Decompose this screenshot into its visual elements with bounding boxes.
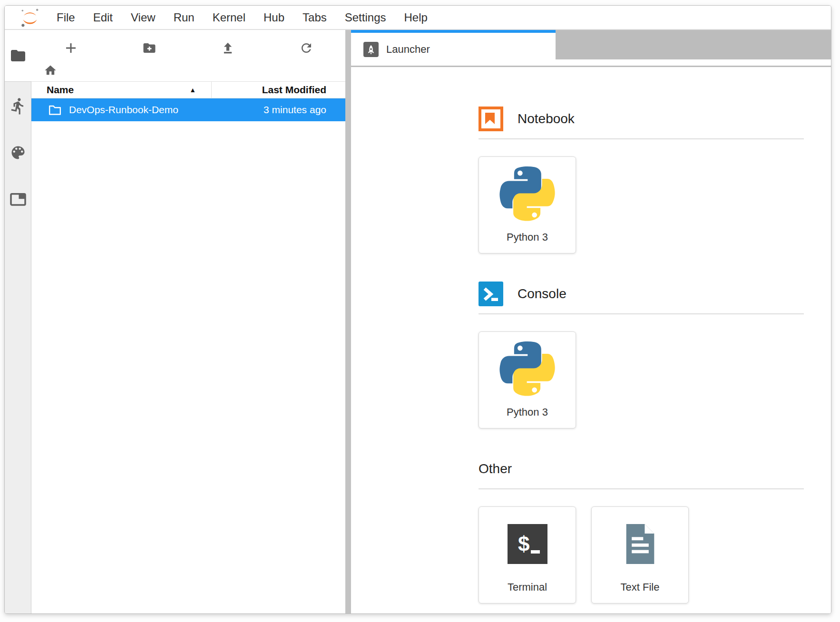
app-body: Name ▲ Last Modified DevOps-Runbook-Demo… [5,30,831,613]
card-label: Text File [621,581,660,593]
new-folder-icon [142,41,156,55]
section-divider [479,138,804,139]
menu-bar: File Edit View Run Kernel Hub Tabs Setti… [5,6,831,30]
launcher-section-other: Other $ Terminal [479,456,804,603]
new-launcher-plus-icon [64,41,78,55]
menu-file[interactable]: File [48,11,84,24]
main-dock-panel: Launcher Notebook [351,30,831,613]
other-cards: $ Terminal [479,506,804,603]
launcher-card-terminal[interactable]: $ Terminal [479,506,576,603]
file-name: DevOps-Runbook-Demo [69,104,212,116]
card-label: Python 3 [507,406,548,418]
name-column-label: Name [47,84,74,96]
activity-bar [5,30,31,613]
launcher-section-notebook: Notebook Python 3 [479,106,804,253]
home-icon[interactable] [44,64,57,77]
notebook-icon [479,107,503,131]
section-divider [479,313,804,314]
launcher-rocket-icon [363,42,379,57]
upload-icon [221,41,235,55]
python-logo-icon [499,332,556,406]
menu-view[interactable]: View [122,11,165,24]
file-browser-panel: Name ▲ Last Modified DevOps-Runbook-Demo… [31,30,345,613]
running-man-icon [9,97,27,115]
sidebar-tab-files[interactable] [5,30,31,81]
console-section-title: Console [518,286,567,301]
column-header-name[interactable]: Name ▲ [31,82,211,98]
menu-kernel[interactable]: Kernel [204,11,254,24]
card-label: Terminal [508,581,547,593]
menu-hub[interactable]: Hub [254,11,293,24]
console-icon [479,282,503,306]
text-file-icon [622,507,658,581]
other-section-header: Other [479,456,804,482]
jupyterlab-window: File Edit View Run Kernel Hub Tabs Setti… [4,5,831,614]
sort-ascending-icon: ▲ [189,86,196,94]
folder-outline-icon [49,105,61,116]
launcher-section-console: Console Python 3 [479,281,804,428]
section-divider [479,488,804,489]
palette-icon [10,144,27,161]
console-section-header: Console [479,281,804,307]
last-modified-column-label: Last Modified [262,84,326,96]
console-cards: Python 3 [479,331,804,428]
sidebar-tab-open-tabs[interactable] [9,190,27,208]
menu-settings[interactable]: Settings [336,11,395,24]
file-list-header: Name ▲ Last Modified [31,81,345,98]
tab-launcher[interactable]: Launcher [351,30,556,66]
column-header-last-modified[interactable]: Last Modified [212,82,345,98]
sidebar-tab-running[interactable] [9,97,27,115]
menu-tabs[interactable]: Tabs [293,11,336,24]
sidebar-tab-commands[interactable] [9,144,27,162]
tab-launcher-label: Launcher [386,43,430,56]
refresh-button[interactable] [267,37,345,59]
file-last-modified: 3 minutes ago [212,104,345,116]
refresh-icon [299,41,313,55]
tab-bar-bottom-border [351,66,831,67]
launcher-card-notebook-python3[interactable]: Python 3 [479,156,576,253]
menu-run[interactable]: Run [165,11,204,24]
dollar-glyph: $ [518,532,529,555]
python-logo-icon [499,157,556,231]
launcher-card-console-python3[interactable]: Python 3 [479,331,576,428]
other-section-title: Other [479,461,512,476]
card-label: Python 3 [507,231,548,243]
menu-edit[interactable]: Edit [84,11,122,24]
new-launcher-button[interactable] [31,37,110,59]
new-folder-button[interactable] [110,37,188,59]
activity-bar-rest [5,81,31,613]
jupyter-logo-icon [19,7,41,29]
breadcrumb [31,59,345,81]
file-row-selected[interactable]: DevOps-Runbook-Demo 3 minutes ago [31,98,345,121]
menu-help[interactable]: Help [395,11,436,24]
file-browser-toolbar [31,30,345,59]
launcher-panel: Notebook Python 3 [351,67,831,613]
terminal-icon: $ [508,507,547,581]
tab-bar: Launcher [351,30,831,67]
notebook-cards: Python 3 [479,156,804,253]
upload-button[interactable] [188,37,267,59]
tabs-icon [10,192,27,206]
notebook-section-header: Notebook [479,106,804,132]
launcher-card-text-file[interactable]: Text File [591,506,689,603]
notebook-section-title: Notebook [518,111,575,126]
folder-icon [10,47,27,64]
panel-resize-handle[interactable] [345,30,351,613]
